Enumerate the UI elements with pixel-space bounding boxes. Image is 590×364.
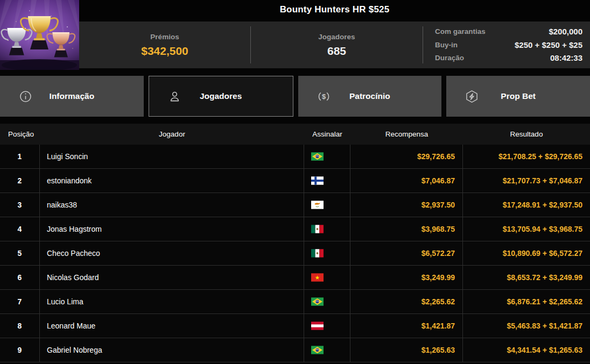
sponsor-dollar-icon: $ [317,89,331,104]
position-cell: 2 [0,169,40,192]
tab-label: Informação [50,91,95,101]
table-row[interactable]: 4 Jonas Hagstrom $3,968.75 $13,705.94 + … [0,217,590,241]
guarantee-label: Com garantias [435,27,486,35]
position-cell: 8 [0,314,40,338]
prizes-block: Prémios $342,500 [79,22,250,68]
flag-cell [304,266,350,289]
duration-label: Duração [435,54,464,62]
table-row[interactable]: 9 Gabriel Nobrega $1,265.63 $4,341.54 + … [0,338,590,362]
info-icon [18,89,33,104]
flag-cell [304,290,350,313]
prop-bet-hexagon-icon [465,89,479,104]
position-cell: 4 [0,217,40,241]
players-label: Jogadores [318,33,355,41]
column-header-flag: Assinalar [304,130,350,138]
column-header-result: Resultado [463,130,590,138]
flag-brazil-icon [311,297,324,306]
svg-text:$: $ [321,92,325,101]
reward-amount: $1,421.87 [350,314,463,338]
details-block: Com garantias $200,000 Buy-in $250 + $25… [423,22,590,68]
detail-row-guarantee: Com garantias $200,000 [435,27,582,36]
player-name: estoniandonk [40,169,304,192]
column-header-player: Jogador [40,130,304,138]
flag-brazil-icon [311,346,324,354]
position-cell: 7 [0,290,40,313]
tab-informacao[interactable]: Informação [0,76,144,117]
players-value: 685 [327,45,346,58]
table-row[interactable]: 7 Lucio Lima $2,265.62 $6,876.21 + $2,26… [0,290,590,314]
title-bar: Bounty Hunters HR $525 [79,0,590,19]
result-amount: $17,248.91 + $2,937.50 [463,193,590,217]
result-amount: $21,707.73 + $7,046.87 [463,169,590,192]
player-name: Lucio Lima [40,290,304,313]
player-name: naikas38 [40,193,304,217]
tab-jogadores[interactable]: Jogadores [149,76,293,117]
table-header: Posição Jogador Assinalar Recompensa Res… [0,124,590,145]
table-row[interactable]: 2 estoniandonk $7,046.87 $21,707.73 + $7… [0,169,590,193]
tournament-title: Bounty Hunters HR $525 [280,4,390,15]
flag-cell [304,193,350,217]
detail-row-duration: Duração 08:42:33 [435,53,582,62]
result-amount: $13,705.94 + $3,968.75 [463,217,590,241]
players-icon [167,89,182,104]
prizes-value: $342,500 [141,45,188,58]
flag-cell [304,338,350,362]
table-row[interactable]: 8 Leonard Maue $1,421.87 $5,463.83 + $1,… [0,314,590,338]
tab-prop-bet[interactable]: Prop Bet [446,76,590,117]
tab-bar: Informação Jogadores $ Patrocínio Pr [0,76,590,117]
guarantee-value: $200,000 [549,27,582,36]
reward-amount: $3,968.75 [350,217,463,241]
result-amount: $8,653.72 + $3,249.99 [463,266,590,289]
column-header-reward: Recompensa [350,130,463,138]
flag-cell [304,169,350,192]
reward-amount: $6,572.27 [350,241,463,265]
flag-brazil-icon [311,152,324,161]
position-cell: 3 [0,193,40,217]
player-name: Leonard Maue [40,314,304,338]
trophies-image [0,0,79,70]
result-amount: $6,876.21 + $2,265.62 [463,290,590,313]
flag-finland-icon [311,176,324,185]
result-amount: $4,341.54 + $1,265.63 [463,338,590,362]
table-row[interactable]: 5 Checo Pacheco $6,572.27 $10,890.69 + $… [0,241,590,266]
stats-panel: Prémios $342,500 Jogadores 685 Com garan… [79,22,590,68]
flag-cell [304,314,350,338]
column-header-position: Posição [0,130,40,138]
result-amount: $5,463.83 + $1,421.87 [463,314,590,338]
flag-vietnam-icon [311,273,324,282]
table-row[interactable]: 6 Nicolas Godard $3,249.99 $8,653.72 + $… [0,266,590,290]
position-cell: 9 [0,338,40,362]
tab-label: Patrocínio [349,91,390,101]
result-amount: $10,890.69 + $6,572.27 [463,241,590,265]
player-name: Checo Pacheco [40,241,304,265]
player-name: Gabriel Nobrega [40,338,304,362]
position-cell: 1 [0,145,40,168]
table-row[interactable]: 1 Luigi Soncin $29,726.65 $21,708.25 + $… [0,145,590,169]
flag-mexico-icon [311,225,324,233]
player-name: Luigi Soncin [40,145,304,168]
buyin-label: Buy-in [435,41,458,49]
tournament-header: Bounty Hunters HR $525 Prémios $342,500 … [0,0,590,68]
duration-value: 08:42:33 [550,53,582,62]
flag-cell [304,145,350,168]
reward-amount: $3,249.99 [350,266,463,289]
players-table-body: 1 Luigi Soncin $29,726.65 $21,708.25 + $… [0,145,590,362]
player-name: Nicolas Godard [40,266,304,289]
buyin-value: $250 + $250 + $25 [515,40,582,49]
detail-row-buyin: Buy-in $250 + $250 + $25 [435,40,582,49]
reward-amount: $1,265.63 [350,338,463,362]
prizes-label: Prémios [150,33,179,41]
position-cell: 5 [0,241,40,265]
flag-cell [304,241,350,265]
table-row[interactable]: 3 naikas38 $2,937.50 $17,248.91 + $2,937… [0,193,590,217]
result-amount: $21,708.25 + $29,726.65 [463,145,590,168]
tab-patrocinio[interactable]: $ Patrocínio [298,76,442,117]
tab-label: Jogadores [200,91,242,101]
tab-label: Prop Bet [501,91,536,101]
players-block: Jogadores 685 [251,22,423,68]
flag-austria-icon [311,322,324,330]
flag-cyprus-icon [311,201,324,209]
flag-cell [304,217,350,241]
player-name: Jonas Hagstrom [40,217,304,241]
position-cell: 6 [0,266,40,289]
